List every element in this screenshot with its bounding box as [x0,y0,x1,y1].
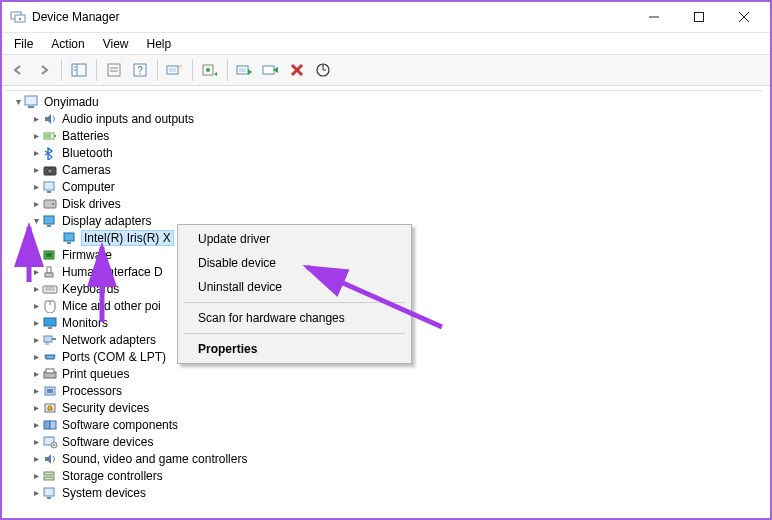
chevron-icon[interactable]: ▸ [30,181,42,193]
tree-root[interactable]: ▾ Onyimadu [6,93,762,110]
menu-help[interactable]: Help [139,35,180,53]
ctx-update-driver[interactable]: Update driver [180,227,409,251]
tree-category[interactable]: ▸Software devices [6,433,762,450]
svg-rect-37 [44,216,54,224]
tree-category[interactable]: ▸Batteries [6,127,762,144]
view-resources-button[interactable] [311,58,335,82]
chevron-icon[interactable]: ▸ [30,402,42,414]
category-label: Security devices [62,401,149,415]
svg-rect-64 [50,421,56,429]
help-button[interactable]: ? [128,58,152,82]
svg-rect-11 [108,64,120,76]
show-hide-tree-button[interactable] [67,58,91,82]
category-label: Firmware [62,248,112,262]
tree-category[interactable]: ▸System devices [6,484,762,501]
category-label: System devices [62,486,146,500]
svg-rect-70 [44,488,54,496]
category-icon [42,281,58,297]
category-label: Human Interface D [62,265,163,279]
ctx-uninstall-device[interactable]: Uninstall device [180,275,409,299]
ctx-disable-device[interactable]: Disable device [180,251,409,275]
minimize-button[interactable] [631,3,676,32]
chevron-down-icon[interactable]: ▾ [12,96,24,108]
category-icon [42,349,58,365]
svg-rect-4 [694,13,703,22]
category-icon [42,264,58,280]
ctx-properties[interactable]: Properties [180,337,409,361]
category-icon [42,298,58,314]
chevron-icon[interactable]: ▸ [30,470,42,482]
svg-rect-68 [44,472,54,475]
tree-category[interactable]: ▸Bluetooth [6,144,762,161]
chevron-icon[interactable]: ▸ [30,351,42,363]
tree-category[interactable]: ▸Cameras [6,161,762,178]
chevron-icon[interactable]: ▸ [30,453,42,465]
close-button[interactable] [721,3,766,32]
category-icon [42,213,58,229]
forward-button[interactable] [32,58,56,82]
chevron-icon[interactable]: ▸ [30,147,42,159]
svg-rect-52 [52,338,56,340]
tree-category[interactable]: ▸Print queues [6,365,762,382]
svg-text:?: ? [137,65,143,76]
maximize-button[interactable] [676,3,721,32]
svg-rect-26 [25,96,37,105]
ctx-scan-hardware[interactable]: Scan for hardware changes [180,306,409,330]
chevron-icon[interactable]: ▾ [30,215,42,227]
chevron-icon[interactable]: ▸ [30,300,42,312]
enable-device-button[interactable] [233,58,257,82]
chevron-icon[interactable]: ▸ [30,487,42,499]
window-title: Device Manager [32,10,119,24]
disable-device-button[interactable] [259,58,283,82]
tree-category[interactable]: ▸Audio inputs and outputs [6,110,762,127]
menu-view[interactable]: View [95,35,137,53]
chevron-icon[interactable]: ▸ [30,419,42,431]
chevron-icon[interactable]: ▸ [30,198,42,210]
ctx-separator [184,302,405,303]
update-driver-button[interactable] [198,58,222,82]
svg-rect-40 [67,242,71,244]
uninstall-device-button[interactable] [285,58,309,82]
category-label: Batteries [62,129,109,143]
chevron-icon[interactable]: ▸ [30,436,42,448]
tree-category[interactable]: ▸Security devices [6,399,762,416]
svg-rect-21 [239,68,246,72]
chevron-icon[interactable]: ▸ [30,334,42,346]
chevron-icon[interactable]: ▸ [30,164,42,176]
tree-category[interactable]: ▸Storage controllers [6,467,762,484]
category-label: Mice and other poi [62,299,161,313]
ctx-separator [184,333,405,334]
back-button[interactable] [6,58,30,82]
properties-button[interactable] [102,58,126,82]
chevron-icon[interactable]: ▸ [30,317,42,329]
category-label: Bluetooth [62,146,113,160]
svg-point-19 [206,68,210,72]
tree-category[interactable]: ▸Processors [6,382,762,399]
tree-category[interactable]: ▸Sound, video and game controllers [6,450,762,467]
chevron-icon[interactable]: ▸ [30,283,42,295]
category-icon [42,383,58,399]
category-label: Ports (COM & LPT) [62,350,166,364]
scan-hardware-button[interactable] [163,58,187,82]
chevron-icon[interactable]: ▸ [30,249,42,261]
category-label: Sound, video and game controllers [62,452,247,466]
chevron-icon[interactable]: ▸ [30,266,42,278]
svg-point-36 [52,203,54,205]
chevron-icon[interactable]: ▸ [30,113,42,125]
svg-rect-71 [47,497,51,499]
tree-category[interactable]: ▸Software components [6,416,762,433]
category-icon [42,145,58,161]
category-icon [42,400,58,416]
svg-point-32 [48,168,53,173]
chevron-icon[interactable]: ▸ [30,368,42,380]
chevron-icon[interactable]: ▸ [30,130,42,142]
category-icon [42,179,58,195]
svg-rect-39 [64,233,74,241]
tree-category[interactable]: ▸Disk drives [6,195,762,212]
menu-action[interactable]: Action [43,35,92,53]
svg-rect-44 [45,273,53,277]
chevron-icon[interactable]: ▸ [30,385,42,397]
menu-file[interactable]: File [6,35,41,53]
tree-category[interactable]: ▸Computer [6,178,762,195]
svg-rect-34 [47,191,51,193]
